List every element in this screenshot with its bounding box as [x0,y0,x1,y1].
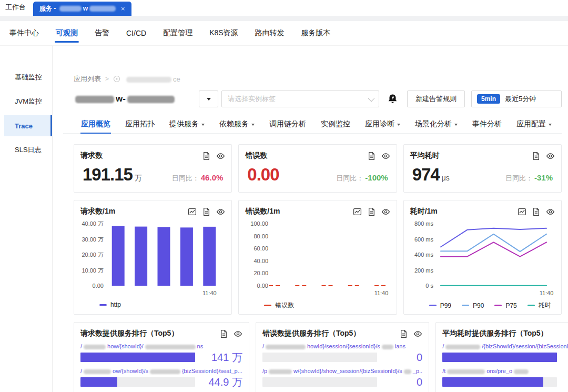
chart-card-1: 错误数/1m100.0080.0060.0040.0020.000.0011:4… [238,200,397,315]
legend-item[interactable]: P99 [429,302,451,309]
text-fragment: ce [173,75,180,83]
tab-app-topology[interactable]: 应用拓扑 [118,115,162,133]
time-range-label: 最近5分钟 [505,94,536,104]
legend-item[interactable]: http [99,301,121,308]
trend-chart-icon[interactable] [353,207,362,216]
card-header: 平均耗时提供服务排行（Top5） [442,329,568,338]
tab-label: 提供服务 [169,119,199,129]
tab-label: 实例监控 [321,119,350,129]
nav-tab-event-center[interactable]: 事件中心 [1,21,47,45]
legend-label: P99 [440,302,451,309]
ranking-path-link[interactable]: /how/{showId}/ns [80,343,242,350]
caret-down-icon [454,124,458,126]
ranking-card-latency-top5: 平均耗时提供服务排行（Top5）//{bizShowId}/session/{b… [435,322,568,392]
redacted-text [84,345,106,349]
svg-text:30.00 万: 30.00 万 [82,236,104,243]
tab-event-analysis[interactable]: 事件分析 [465,115,509,133]
ranking-item: /howId}/session/{sessionId}/sians0 [262,343,422,363]
document-icon[interactable] [202,152,211,160]
document-icon[interactable] [532,207,541,216]
app-switch-dropdown[interactable] [199,91,218,107]
ranking-path-link[interactable]: /tons/pre_o [442,367,568,375]
text-fragment: how/{showId}/ [107,343,144,349]
document-icon[interactable] [219,329,228,338]
breadcrumb-app-list[interactable]: 应用列表 [74,74,101,84]
eye-icon[interactable] [413,329,422,338]
legend-swatch [462,305,469,306]
sidebar-item-sls-logs[interactable]: SLS日志 [4,139,52,160]
time-range-picker[interactable]: 5min 最近5分钟 [471,91,562,107]
trend-chart-icon[interactable] [188,207,197,216]
legend-item[interactable]: P90 [462,302,484,309]
ranking-path-link[interactable]: //{bizShowId}/session/{bizSessionId}/se.… [442,343,568,350]
trend-chart-icon[interactable] [518,207,526,216]
text-fragment: / [80,343,82,349]
tab-app-diagnosis[interactable]: 应用诊断 [358,115,408,133]
new-alarm-rule-button[interactable]: 新建告警规则 [407,91,465,107]
nav-tab-service-version[interactable]: 服务版本 [293,21,339,45]
document-icon[interactable] [532,152,541,160]
workspace-tab[interactable]: 工作台 [0,3,33,16]
chart-legend: http [80,301,225,308]
nav-tab-alarm[interactable]: 告警 [86,21,118,45]
legend-item[interactable]: 耗时 [528,301,551,310]
breadcrumb-current: ce [125,75,180,83]
ranking-path-link[interactable]: /howId}/session/{sessionId}/sians [262,343,422,350]
eye-icon[interactable] [381,152,390,160]
eye-icon[interactable] [381,207,390,216]
card-title: 错误数/1m [245,207,280,216]
svg-text:0 s: 0 s [425,283,433,289]
nav-tab-observability[interactable]: 可观测 [47,21,86,45]
eye-icon[interactable] [546,207,555,216]
legend-item[interactable]: P75 [494,302,516,309]
card-actions [353,207,390,216]
nav-tab-cicd[interactable]: CI/CD [118,21,155,45]
nav-tab-config-management[interactable]: 配置管理 [155,21,201,45]
ranking-value: 44.9 万 [200,376,242,388]
ranking-path-link[interactable]: /ow/{showId}/s{bizSessionId}/seat_p... [80,367,242,375]
sidebar-item-trace[interactable]: Trace [4,115,52,136]
legend-item[interactable]: 错误数 [264,301,294,310]
svg-text:0.00: 0.00 [93,283,104,289]
app-badge-icon [113,75,120,83]
ranking-value: 0 [382,351,422,363]
redacted-text [89,6,116,12]
legend-label: P90 [473,302,484,309]
ranking-bar-track [442,377,557,387]
ranking-item: /pw/{showId}/show_session/{bizSessionId}… [262,367,422,388]
tab-scenario-analysis[interactable]: 场景化分析 [408,115,465,133]
tab-provided-services[interactable]: 提供服务 [162,115,212,133]
close-icon[interactable]: × [121,5,125,12]
text-fragment: /p [262,368,267,374]
tab-app-overview[interactable]: 应用概览 [74,115,118,133]
document-icon[interactable] [202,207,211,216]
nav-tab-route-forwarding[interactable]: 路由转发 [247,21,293,45]
text-fragment: ons/pre_o [486,368,512,374]
eye-icon[interactable] [216,207,225,216]
tab-dependent-services[interactable]: 依赖服务 [212,115,262,133]
sidebar-item-basic-monitoring[interactable]: 基础监控 [4,67,52,88]
document-icon[interactable] [399,329,408,338]
svg-text:40.00 万: 40.00 万 [82,220,104,227]
tab-instance-monitoring[interactable]: 实例监控 [313,115,358,133]
sidebar-item-jvm-monitoring[interactable]: JVM监控 [4,91,52,112]
eye-icon[interactable] [546,152,555,160]
tab-trace-analysis[interactable]: 调用链分析 [262,115,313,133]
nav-tab-k8s-resources[interactable]: K8S资源 [201,21,246,45]
kpi-yoy-label: 日同比： [336,174,363,182]
document-icon[interactable] [367,152,376,160]
chart-grid: 请求数/1m40.00 万30.00 万20.00 万10.00 万0.0011… [74,200,562,315]
ranking-path-link[interactable]: /pw/{showId}/show_session/{bizSessionId}… [262,367,422,375]
kpi-body: 974μs日同比：-31% [410,165,555,185]
chevron-down-icon [368,95,375,102]
chart-card-2: 耗时/1m800 ms600 ms400 ms200 ms0 s11:40P99… [403,200,562,315]
eye-icon[interactable] [234,329,242,338]
instance-label-select[interactable]: 请选择实例标签 [221,91,379,107]
alarm-bell-icon[interactable] [387,93,399,105]
tab-app-config[interactable]: 应用配置 [509,115,559,133]
service-tab[interactable]: 服务 - w × [33,2,131,16]
kpi-yoy: 日同比：-31% [505,173,553,183]
document-icon[interactable] [367,207,376,216]
app-window: 工作台 服务 - w × 事件中心可观测告警CI/CD配置管理K8S资源路由转发… [0,0,568,392]
eye-icon[interactable] [216,152,225,160]
